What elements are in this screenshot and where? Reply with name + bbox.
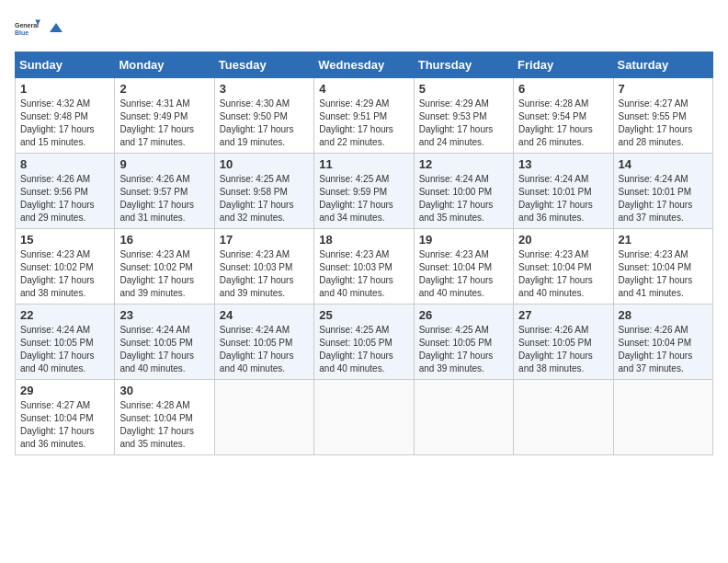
calendar-day-cell: 20Sunrise: 4:23 AMSunset: 10:04 PMDaylig… — [514, 229, 613, 304]
calendar-week-row: 29Sunrise: 4:27 AMSunset: 10:04 PMDaylig… — [16, 380, 713, 455]
day-number: 15 — [20, 233, 109, 247]
day-info: Sunrise: 4:23 AMSunset: 10:04 PMDaylight… — [619, 248, 708, 300]
day-info: Sunrise: 4:25 AMSunset: 9:59 PMDaylight:… — [319, 173, 408, 224]
calendar-day-cell: 28Sunrise: 4:26 AMSunset: 10:04 PMDaylig… — [613, 304, 712, 380]
day-number: 30 — [119, 384, 209, 397]
day-info: Sunrise: 4:26 AMSunset: 9:56 PMDaylight:… — [20, 173, 109, 224]
day-number: 25 — [319, 308, 408, 322]
day-number: 3 — [220, 82, 309, 96]
calendar-header-monday: Monday — [115, 52, 214, 78]
day-info: Sunrise: 4:23 AMSunset: 10:04 PMDaylight… — [419, 248, 508, 300]
day-info: Sunrise: 4:23 AMSunset: 10:02 PMDaylight… — [119, 248, 209, 300]
calendar-day-cell: 19Sunrise: 4:23 AMSunset: 10:04 PMDaylig… — [414, 229, 513, 304]
day-info: Sunrise: 4:26 AMSunset: 10:05 PMDaylight… — [518, 324, 608, 375]
day-number: 20 — [518, 233, 608, 247]
day-info: Sunrise: 4:28 AMSunset: 10:04 PMDaylight… — [119, 399, 209, 451]
day-info: Sunrise: 4:25 AMSunset: 10:05 PMDaylight… — [319, 324, 408, 375]
day-number: 9 — [119, 157, 209, 171]
empty-cell — [613, 380, 712, 455]
day-info: Sunrise: 4:24 AMSunset: 10:05 PMDaylight… — [119, 324, 209, 375]
logo: General Blue — [15, 15, 63, 40]
logo-icon: General Blue — [15, 15, 40, 40]
day-info: Sunrise: 4:32 AMSunset: 9:48 PMDaylight:… — [20, 98, 109, 149]
calendar-day-cell: 25Sunrise: 4:25 AMSunset: 10:05 PMDaylig… — [314, 304, 414, 380]
day-info: Sunrise: 4:23 AMSunset: 10:02 PMDaylight… — [20, 248, 109, 300]
calendar-day-cell: 29Sunrise: 4:27 AMSunset: 10:04 PMDaylig… — [16, 380, 115, 455]
calendar-day-cell: 15Sunrise: 4:23 AMSunset: 10:02 PMDaylig… — [16, 229, 115, 304]
calendar-day-cell: 13Sunrise: 4:24 AMSunset: 10:01 PMDaylig… — [514, 154, 613, 229]
day-info: Sunrise: 4:24 AMSunset: 10:05 PMDaylight… — [20, 324, 109, 375]
calendar-header-wednesday: Wednesday — [314, 52, 414, 78]
day-number: 6 — [518, 82, 608, 96]
calendar-day-cell: 4Sunrise: 4:29 AMSunset: 9:51 PMDaylight… — [314, 78, 414, 154]
calendar-day-cell: 11Sunrise: 4:25 AMSunset: 9:59 PMDayligh… — [314, 154, 414, 229]
day-number: 26 — [419, 308, 508, 322]
calendar-day-cell: 23Sunrise: 4:24 AMSunset: 10:05 PMDaylig… — [115, 304, 214, 380]
day-number: 7 — [619, 82, 708, 96]
day-info: Sunrise: 4:23 AMSunset: 10:03 PMDaylight… — [319, 248, 408, 300]
day-info: Sunrise: 4:27 AMSunset: 9:55 PMDaylight:… — [619, 98, 708, 149]
day-info: Sunrise: 4:24 AMSunset: 10:01 PMDaylight… — [518, 173, 608, 224]
calendar-day-cell: 24Sunrise: 4:24 AMSunset: 10:05 PMDaylig… — [214, 304, 313, 380]
day-info: Sunrise: 4:29 AMSunset: 9:53 PMDaylight:… — [419, 98, 508, 149]
day-number: 12 — [419, 157, 508, 171]
calendar-header-saturday: Saturday — [613, 52, 712, 78]
calendar-day-cell: 22Sunrise: 4:24 AMSunset: 10:05 PMDaylig… — [16, 304, 115, 380]
calendar-day-cell: 3Sunrise: 4:30 AMSunset: 9:50 PMDaylight… — [214, 78, 313, 154]
calendar-header-sunday: Sunday — [16, 52, 115, 78]
calendar-day-cell: 7Sunrise: 4:27 AMSunset: 9:55 PMDaylight… — [613, 78, 712, 154]
day-info: Sunrise: 4:24 AMSunset: 10:05 PMDaylight… — [220, 324, 309, 375]
calendar-day-cell: 21Sunrise: 4:23 AMSunset: 10:04 PMDaylig… — [613, 229, 712, 304]
day-number: 24 — [220, 308, 309, 322]
day-info: Sunrise: 4:29 AMSunset: 9:51 PMDaylight:… — [319, 98, 408, 149]
day-number: 23 — [119, 308, 209, 322]
day-number: 14 — [619, 157, 708, 171]
calendar-week-row: 15Sunrise: 4:23 AMSunset: 10:02 PMDaylig… — [16, 229, 713, 304]
day-number: 21 — [619, 233, 708, 247]
day-info: Sunrise: 4:25 AMSunset: 9:58 PMDaylight:… — [220, 173, 309, 224]
logo-triangle-icon — [46, 19, 63, 36]
day-number: 28 — [619, 308, 708, 322]
calendar-day-cell: 5Sunrise: 4:29 AMSunset: 9:53 PMDaylight… — [414, 78, 513, 154]
calendar-header-row: SundayMondayTuesdayWednesdayThursdayFrid… — [16, 52, 713, 78]
calendar-week-row: 1Sunrise: 4:32 AMSunset: 9:48 PMDaylight… — [16, 78, 713, 154]
day-number: 19 — [419, 233, 508, 247]
empty-cell — [514, 380, 613, 455]
day-info: Sunrise: 4:24 AMSunset: 10:00 PMDaylight… — [419, 173, 508, 224]
calendar-day-cell: 30Sunrise: 4:28 AMSunset: 10:04 PMDaylig… — [115, 380, 214, 455]
day-number: 4 — [319, 82, 408, 96]
calendar-day-cell: 9Sunrise: 4:26 AMSunset: 9:57 PMDaylight… — [115, 154, 214, 229]
empty-cell — [314, 380, 414, 455]
calendar-table: SundayMondayTuesdayWednesdayThursdayFrid… — [15, 52, 713, 455]
day-info: Sunrise: 4:31 AMSunset: 9:49 PMDaylight:… — [119, 98, 209, 149]
day-number: 18 — [319, 233, 408, 247]
day-number: 10 — [220, 157, 309, 171]
day-number: 29 — [20, 384, 109, 397]
day-info: Sunrise: 4:24 AMSunset: 10:01 PMDaylight… — [619, 173, 708, 224]
day-info: Sunrise: 4:23 AMSunset: 10:04 PMDaylight… — [518, 248, 608, 300]
day-number: 17 — [220, 233, 309, 247]
calendar-day-cell: 10Sunrise: 4:25 AMSunset: 9:58 PMDayligh… — [214, 154, 313, 229]
day-number: 11 — [319, 157, 408, 171]
day-number: 27 — [518, 308, 608, 322]
calendar-header-friday: Friday — [514, 52, 613, 78]
calendar-header-tuesday: Tuesday — [214, 52, 313, 78]
calendar-day-cell: 2Sunrise: 4:31 AMSunset: 9:49 PMDaylight… — [115, 78, 214, 154]
day-info: Sunrise: 4:30 AMSunset: 9:50 PMDaylight:… — [220, 98, 309, 149]
day-info: Sunrise: 4:23 AMSunset: 10:03 PMDaylight… — [220, 248, 309, 300]
calendar-day-cell: 14Sunrise: 4:24 AMSunset: 10:01 PMDaylig… — [613, 154, 712, 229]
day-info: Sunrise: 4:28 AMSunset: 9:54 PMDaylight:… — [518, 98, 608, 149]
calendar-day-cell: 1Sunrise: 4:32 AMSunset: 9:48 PMDaylight… — [16, 78, 115, 154]
day-number: 8 — [20, 157, 109, 171]
calendar-day-cell: 8Sunrise: 4:26 AMSunset: 9:56 PMDaylight… — [16, 154, 115, 229]
calendar-day-cell: 16Sunrise: 4:23 AMSunset: 10:02 PMDaylig… — [115, 229, 214, 304]
day-number: 2 — [119, 82, 209, 96]
day-number: 22 — [20, 308, 109, 322]
calendar-day-cell: 6Sunrise: 4:28 AMSunset: 9:54 PMDaylight… — [514, 78, 613, 154]
empty-cell — [214, 380, 313, 455]
svg-text:Blue: Blue — [15, 29, 28, 36]
calendar-week-row: 8Sunrise: 4:26 AMSunset: 9:56 PMDaylight… — [16, 154, 713, 229]
day-info: Sunrise: 4:26 AMSunset: 10:04 PMDaylight… — [619, 324, 708, 375]
calendar-day-cell: 17Sunrise: 4:23 AMSunset: 10:03 PMDaylig… — [214, 229, 313, 304]
day-number: 13 — [518, 157, 608, 171]
